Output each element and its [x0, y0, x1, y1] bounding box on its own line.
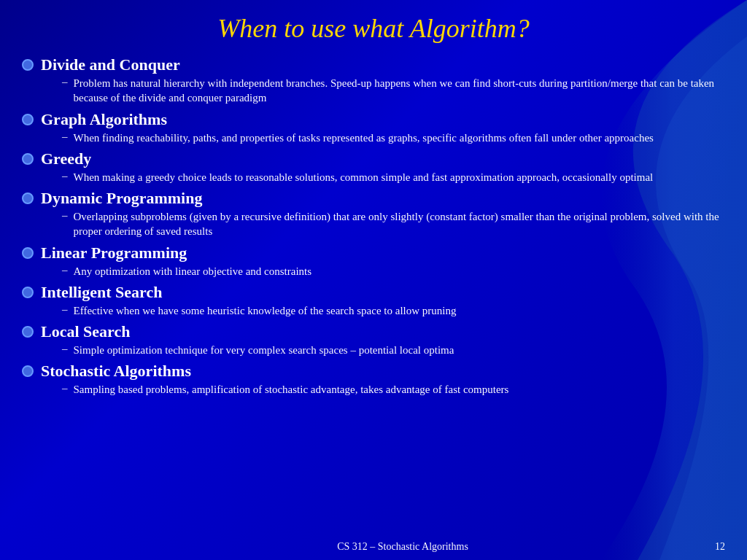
bullet-icon-dynamic-programming [22, 192, 34, 204]
main-item-dynamic-programming: Dynamic Programming [22, 189, 725, 208]
main-label-dynamic-programming: Dynamic Programming [41, 189, 202, 208]
sub-item-greedy: –When making a greedy choice leads to re… [22, 170, 725, 184]
main-label-graph-algorithms: Graph Algorithms [41, 110, 167, 129]
bullet-icon-graph-algorithms [22, 114, 34, 125]
sub-dash-local-search: – [62, 343, 68, 355]
sub-text-stochastic-algorithms: Sampling based problems, amplification o… [74, 382, 509, 397]
sub-dash-intelligent-search: – [62, 303, 68, 316]
bullet-icon-stochastic-algorithms [22, 365, 34, 377]
main-item-local-search: Local Search [22, 322, 725, 341]
main-item-graph-algorithms: Graph Algorithms [22, 110, 725, 129]
sub-text-graph-algorithms: When finding reachability, paths, and pr… [74, 131, 654, 145]
sub-text-intelligent-search: Effective when we have some heuristic kn… [74, 303, 457, 318]
main-label-intelligent-search: Intelligent Search [41, 283, 162, 302]
footer: CS 312 – Stochastic Algorithms 12 [0, 541, 747, 553]
sub-item-graph-algorithms: –When finding reachability, paths, and p… [22, 131, 725, 145]
sub-dash-linear-programming: – [62, 264, 68, 276]
footer-page: 12 [715, 541, 725, 553]
main-label-linear-programming: Linear Programming [41, 244, 187, 262]
main-item-stochastic-algorithms: Stochastic Algorithms [22, 362, 725, 381]
slide: When to use what Algorithm? Divide and C… [0, 0, 747, 560]
main-label-greedy: Greedy [41, 149, 91, 168]
main-item-intelligent-search: Intelligent Search [22, 283, 725, 302]
bullet-icon-divide-conquer [22, 59, 34, 71]
slide-title: When to use what Algorithm? [0, 0, 747, 51]
sub-item-intelligent-search: –Effective when we have some heuristic k… [22, 303, 725, 318]
sub-item-stochastic-algorithms: –Sampling based problems, amplification … [22, 382, 725, 397]
sub-text-greedy: When making a greedy choice leads to rea… [74, 170, 654, 184]
sub-item-linear-programming: –Any optimization with linear objective … [22, 264, 725, 279]
sub-dash-divide-conquer: – [62, 76, 68, 88]
sub-text-dynamic-programming: Overlapping subproblems (given by a recu… [74, 209, 726, 239]
sub-text-linear-programming: Any optimization with linear objective a… [74, 264, 312, 279]
bullet-icon-greedy [22, 153, 34, 165]
main-label-divide-conquer: Divide and Conquer [41, 55, 180, 74]
main-label-local-search: Local Search [41, 322, 130, 341]
sub-item-divide-conquer: –Problem has natural hierarchy with inde… [22, 76, 725, 106]
bullet-icon-local-search [22, 326, 34, 338]
sub-dash-stochastic-algorithms: – [62, 382, 68, 394]
sub-item-dynamic-programming: –Overlapping subproblems (given by a rec… [22, 209, 725, 239]
bullet-icon-linear-programming [22, 247, 34, 259]
sub-dash-dynamic-programming: – [62, 209, 68, 222]
sub-dash-graph-algorithms: – [62, 131, 68, 143]
content-area: Divide and Conquer–Problem has natural h… [0, 55, 747, 397]
sub-text-local-search: Simple optimization technique for very c… [74, 343, 454, 357]
footer-label: CS 312 – Stochastic Algorithms [58, 541, 747, 553]
sub-dash-greedy: – [62, 170, 68, 182]
sub-item-local-search: –Simple optimization technique for very … [22, 343, 725, 357]
bullet-icon-intelligent-search [22, 287, 34, 298]
main-item-greedy: Greedy [22, 149, 725, 168]
main-item-divide-conquer: Divide and Conquer [22, 55, 725, 74]
main-label-stochastic-algorithms: Stochastic Algorithms [41, 362, 191, 381]
main-item-linear-programming: Linear Programming [22, 244, 725, 262]
sub-text-divide-conquer: Problem has natural hierarchy with indep… [74, 76, 726, 106]
